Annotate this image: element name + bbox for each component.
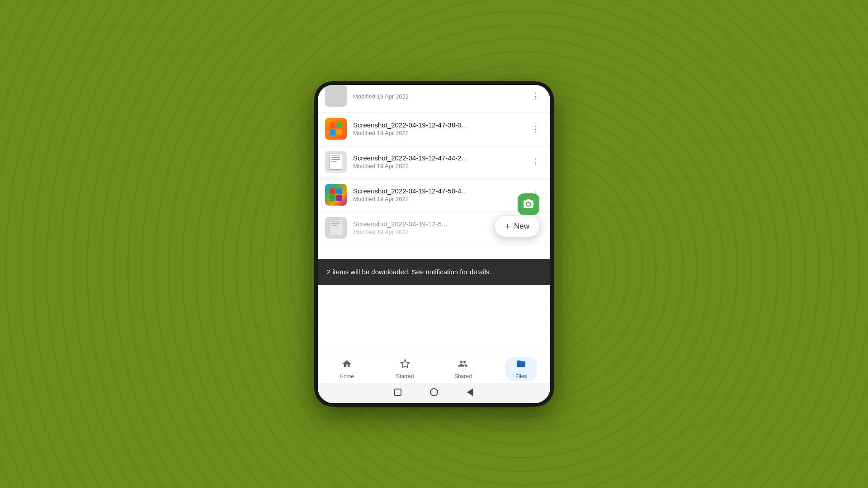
nav-label-home: Home (340, 373, 354, 380)
bottom-nav: Home Starred Shared (318, 353, 550, 383)
file-icon-3 (325, 184, 347, 206)
nav-label-files: Files (515, 373, 527, 380)
toast-message: 2 items will be downloaded. See notifica… (327, 268, 491, 276)
file-name-2: Screenshot_2022-04-19-12-47-44-2... (353, 154, 528, 162)
nav-item-home[interactable]: Home (331, 357, 363, 381)
svg-marker-0 (401, 360, 409, 367)
file-icon-4 (325, 217, 347, 239)
file-info-partial: Modified 19 Apr 2022 (353, 92, 528, 100)
new-button-label: New (514, 222, 529, 231)
file-more-1[interactable]: ⋮ (528, 122, 543, 136)
capture-fab-button[interactable] (518, 193, 539, 215)
file-item-partial: Modified 19 Apr 2022 ⋮ (318, 85, 550, 113)
list-item[interactable]: Screenshot_2022-04-19-12-47-50-4... Modi… (318, 178, 550, 211)
home-icon (342, 359, 352, 371)
file-info-2: Screenshot_2022-04-19-12-47-44-2... Modi… (353, 154, 528, 169)
phone-screen: Modified 19 Apr 2022 ⋮ Screenshot_2022-0… (318, 85, 550, 403)
file-icon-partial (325, 85, 347, 107)
file-date-3: Modified 19 Apr 2022 (353, 196, 528, 202)
file-icon-2 (325, 151, 347, 173)
toast-notification: 2 items will be downloaded. See notifica… (318, 259, 550, 286)
nav-label-shared: Shared (454, 373, 472, 380)
file-more-partial[interactable]: ⋮ (528, 89, 543, 103)
file-info-3: Screenshot_2022-04-19-12-47-50-4... Modi… (353, 187, 528, 202)
file-date-partial: Modified 19 Apr 2022 (353, 93, 528, 100)
home-button[interactable] (429, 388, 439, 397)
file-list: Modified 19 Apr 2022 ⋮ Screenshot_2022-0… (318, 85, 550, 353)
nav-item-shared[interactable]: Shared (447, 357, 479, 381)
files-icon (516, 359, 526, 371)
file-info-1: Screenshot_2022-04-19-12-47-38-0... Modi… (353, 121, 528, 136)
recent-apps-button[interactable] (393, 388, 402, 397)
file-more-2[interactable]: ⋮ (528, 155, 543, 169)
nav-item-files[interactable]: Files (505, 357, 537, 381)
shared-icon (458, 359, 468, 371)
phone-frame: Modified 19 Apr 2022 ⋮ Screenshot_2022-0… (314, 81, 554, 407)
file-icon-1 (325, 118, 347, 140)
new-button[interactable]: + New (495, 216, 539, 237)
nav-item-starred[interactable]: Starred (389, 357, 421, 381)
file-date-2: Modified 19 Apr 2022 (353, 163, 528, 169)
file-name-1: Screenshot_2022-04-19-12-47-38-0... (353, 121, 528, 129)
system-nav (318, 383, 550, 403)
nav-label-starred: Starred (396, 373, 414, 380)
new-button-plus-icon: + (505, 221, 510, 231)
back-button[interactable] (466, 388, 475, 397)
file-name-3: Screenshot_2022-04-19-12-47-50-4... (353, 187, 528, 195)
file-date-1: Modified 19 Apr 2022 (353, 130, 528, 136)
list-item[interactable]: Screenshot_2022-04-19-12-47-44-2... Modi… (318, 145, 550, 178)
list-item[interactable]: Screenshot_2022-04-19-12-47-38-0... Modi… (318, 113, 550, 145)
star-icon (400, 359, 410, 371)
